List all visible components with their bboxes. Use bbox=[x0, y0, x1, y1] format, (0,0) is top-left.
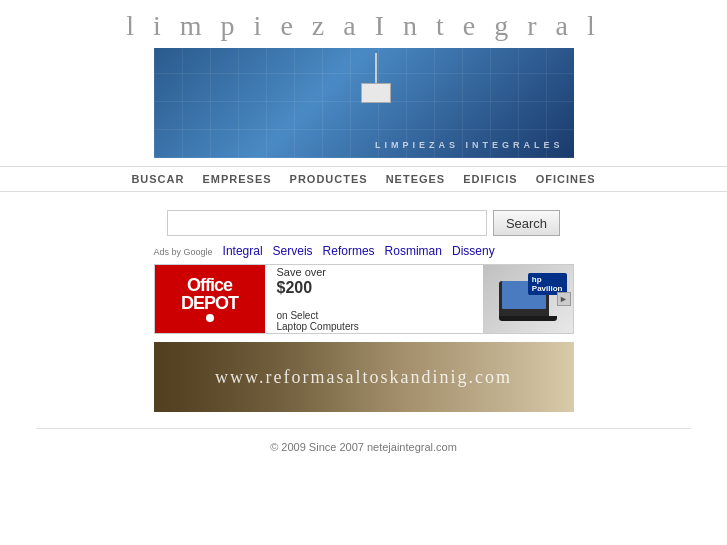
od-dot bbox=[206, 314, 214, 322]
od-on-text: on Select bbox=[277, 310, 319, 321]
nav-item-buscar[interactable]: BUSCAR bbox=[131, 173, 184, 185]
od-next-arrow[interactable]: ► bbox=[557, 292, 571, 306]
ad-link-serveis[interactable]: Serveis bbox=[273, 244, 313, 258]
crane-box bbox=[361, 83, 391, 103]
nav-item-neteges[interactable]: NETEGES bbox=[386, 173, 446, 185]
crane-cable bbox=[375, 53, 377, 83]
footer-divider bbox=[36, 428, 690, 429]
reformas-banner[interactable]: www.reformasaltoskandinig.com bbox=[154, 342, 574, 412]
od-save-text: Save over bbox=[277, 266, 327, 278]
od-product-text: Laptop Computers bbox=[277, 321, 359, 332]
od-office-text: Office bbox=[187, 276, 232, 294]
nav-bar: BUSCAR EMPRESES PRODUCTES NETEGES EDIFIC… bbox=[0, 166, 727, 192]
search-input[interactable] bbox=[167, 210, 487, 236]
search-button[interactable]: Search bbox=[493, 210, 560, 236]
copyright-text: © 2009 Since 2007 netejaintegral.com bbox=[270, 441, 457, 453]
footer: © 2009 Since 2007 netejaintegral.com bbox=[270, 441, 457, 453]
laptop-container: hpPavilion bbox=[499, 278, 557, 321]
ad-link-rosmiman[interactable]: Rosmiman bbox=[385, 244, 442, 258]
ad-link-integral[interactable]: Integral bbox=[223, 244, 263, 258]
hero-banner: LIMPIEZAS INTEGRALES bbox=[154, 48, 574, 158]
od-brand-area: Office DEPOT bbox=[155, 265, 265, 333]
od-middle-area: Save over $200 on Select Laptop Computer… bbox=[265, 264, 483, 334]
nav-item-empreses[interactable]: EMPRESES bbox=[202, 173, 271, 185]
ad-link-disseny[interactable]: Disseny bbox=[452, 244, 495, 258]
hero-banner-text: LIMPIEZAS INTEGRALES bbox=[375, 140, 564, 150]
crane-area bbox=[346, 53, 406, 113]
office-depot-banner[interactable]: Google Office DEPOT Save over $200 on Se… bbox=[154, 264, 574, 334]
ads-row: Ads by Google Integral Serveis Reformes … bbox=[154, 244, 574, 258]
app-container: l i m p i e z a I n t e g r a l LIMPIEZA… bbox=[0, 0, 727, 463]
search-section: Search bbox=[0, 210, 727, 236]
nav-item-oficines[interactable]: OFICINES bbox=[536, 173, 596, 185]
laptop-base bbox=[499, 316, 557, 321]
od-amount: $200 bbox=[277, 278, 313, 310]
nav-item-edificis[interactable]: EDIFICIS bbox=[463, 173, 517, 185]
ads-by-google-label: Ads by Google bbox=[154, 245, 213, 257]
reformas-url-text: www.reformasaltoskandinig.com bbox=[215, 367, 512, 388]
header-section: l i m p i e z a I n t e g r a l LIMPIEZA… bbox=[0, 0, 727, 158]
od-depot-text: DEPOT bbox=[181, 294, 238, 312]
nav-item-productes[interactable]: PRODUCTES bbox=[290, 173, 368, 185]
ad-link-reformes[interactable]: Reformes bbox=[323, 244, 375, 258]
site-title: l i m p i e z a I n t e g r a l bbox=[126, 10, 600, 42]
